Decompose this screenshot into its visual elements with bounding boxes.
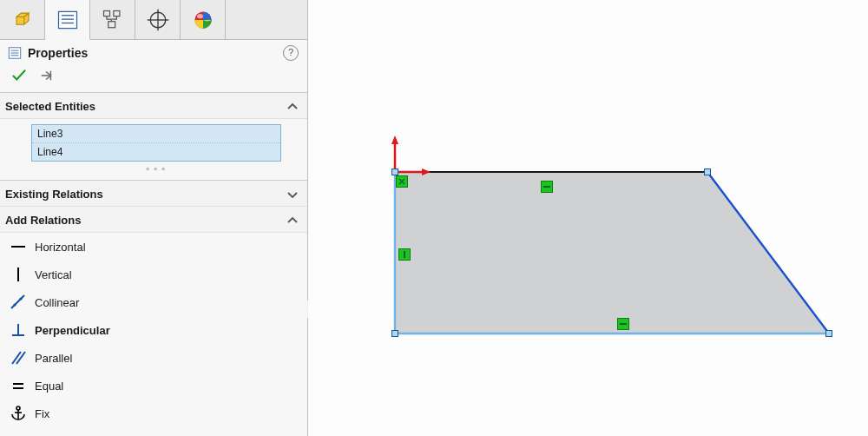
properties-tab[interactable]	[45, 0, 90, 40]
relation-collinear[interactable]: Collinear	[0, 288, 307, 316]
axis-y-arrow	[391, 135, 398, 144]
sidebar-tab-strip	[0, 0, 307, 40]
svg-point-20	[19, 297, 22, 300]
confirm-row	[0, 64, 307, 93]
features-tab[interactable]	[0, 0, 45, 39]
constraint-horizontal[interactable]	[541, 181, 553, 193]
section-label: Add Relations	[5, 214, 81, 227]
panel-title-row: Properties ?	[0, 40, 307, 64]
relation-label: Horizontal	[35, 241, 86, 254]
svg-rect-0	[58, 11, 76, 28]
list-item[interactable]: Line4	[32, 143, 280, 161]
constraint-coincident-origin[interactable]	[396, 175, 408, 188]
sketch-canvas[interactable]	[308, 0, 868, 436]
svg-point-27	[16, 406, 20, 410]
appearance-tab[interactable]	[181, 0, 226, 39]
relation-label: Perpendicular	[35, 324, 110, 337]
sketch-face	[395, 172, 829, 334]
relation-label: Fix	[35, 407, 49, 420]
sphere-icon	[191, 8, 215, 32]
relation-label: Collinear	[35, 296, 79, 309]
equal-icon	[9, 376, 28, 395]
list-icon	[56, 8, 80, 32]
cube-icon	[10, 8, 35, 32]
perpendicular-icon	[9, 320, 28, 340]
list-item[interactable]: Line3	[32, 125, 280, 143]
sketch-svg	[308, 0, 868, 436]
svg-point-19	[13, 303, 16, 306]
vertex-handle[interactable]	[391, 330, 398, 337]
ok-button[interactable]	[10, 68, 28, 83]
relation-label: Vertical	[35, 268, 72, 281]
pin-icon	[39, 69, 55, 83]
tree-icon	[101, 8, 125, 32]
svg-line-24	[16, 352, 25, 364]
panel-title: Properties	[28, 46, 88, 60]
relation-fix[interactable]: Fix	[0, 400, 307, 427]
parallel-icon	[9, 348, 28, 367]
vertex-handle[interactable]	[391, 168, 398, 175]
svg-rect-6	[108, 21, 115, 27]
vertical-icon	[400, 250, 409, 259]
vertex-handle[interactable]	[704, 168, 711, 175]
section-selected-entities-header[interactable]: Selected Entities	[0, 93, 307, 119]
target-tab[interactable]	[135, 0, 181, 39]
vertical-icon	[9, 265, 28, 284]
relation-horizontal[interactable]: Horizontal	[0, 233, 307, 261]
properties-icon	[7, 45, 23, 61]
section-add-relations-header[interactable]: Add Relations	[0, 207, 307, 233]
relation-label: Equal	[35, 380, 63, 393]
vertex-handle[interactable]	[825, 330, 832, 337]
section-existing-relations-header[interactable]: Existing Relations	[0, 181, 307, 207]
horizontal-icon	[9, 237, 28, 256]
section-label: Existing Relations	[5, 188, 103, 201]
selected-entities-body: Line3 Line4 ∘∘∘	[0, 119, 307, 180]
constraint-horizontal[interactable]	[617, 318, 629, 330]
chevron-up-icon	[286, 215, 299, 227]
relation-parallel[interactable]: Parallel	[0, 344, 307, 372]
add-relations-list: Horizontal Vertical Collinear Perpendicu…	[0, 233, 307, 427]
horizontal-icon	[619, 320, 628, 328]
tree-tab[interactable]	[90, 0, 135, 39]
target-icon	[146, 8, 170, 32]
chevron-down-icon	[286, 188, 299, 201]
selected-entities-list[interactable]: Line3 Line4	[31, 124, 281, 162]
anchor-icon	[9, 404, 28, 423]
help-button[interactable]: ?	[283, 45, 299, 61]
relation-equal[interactable]: Equal	[0, 372, 307, 400]
svg-rect-5	[113, 10, 119, 16]
check-icon	[11, 69, 27, 83]
relation-label: Parallel	[35, 352, 72, 365]
constraint-vertical[interactable]	[398, 248, 411, 261]
collinear-icon	[9, 293, 28, 312]
coincident-icon	[398, 177, 406, 186]
resize-grip[interactable]: ∘∘∘	[31, 162, 281, 178]
horizontal-icon	[542, 182, 551, 191]
svg-line-23	[12, 352, 21, 364]
svg-line-18	[11, 295, 24, 308]
relation-perpendicular[interactable]: Perpendicular	[0, 316, 307, 344]
property-manager-sidebar: Properties ? Selected Entities Line3 Lin…	[0, 0, 308, 436]
svg-point-11	[197, 14, 203, 18]
relation-vertical[interactable]: Vertical	[0, 261, 307, 288]
pin-button[interactable]	[38, 68, 56, 83]
svg-rect-4	[103, 10, 109, 16]
chevron-up-icon	[286, 101, 299, 113]
section-label: Selected Entities	[5, 100, 95, 113]
